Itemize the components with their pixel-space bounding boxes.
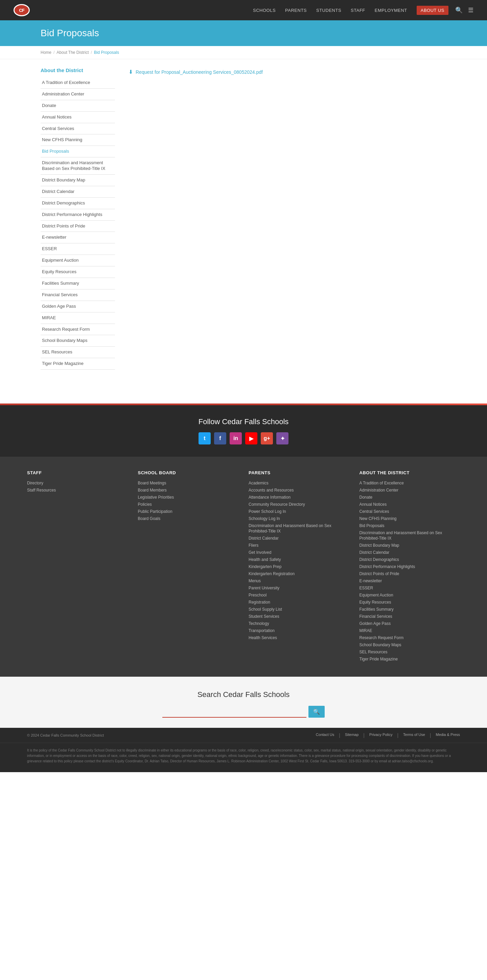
sidebar-item-new-cfhs-planning[interactable]: New CFHS Planning	[41, 134, 115, 146]
nav-item-staff[interactable]: STAFF	[351, 8, 365, 13]
footer-link-health-services[interactable]: Health Services	[249, 635, 277, 640]
sidebar-item-district-boundary-map[interactable]: District Boundary Map	[41, 175, 115, 186]
footer-link-mirae[interactable]: MIRAE	[360, 628, 372, 633]
sidebar-item-financial-services[interactable]: Financial Services	[41, 290, 115, 301]
footer-link-school-supply-list[interactable]: School Supply List	[249, 607, 282, 612]
sidebar-item-facilities-summary[interactable]: Facilities Summary	[41, 278, 115, 289]
footer-link-health-and-safety[interactable]: Health and Safety	[249, 557, 281, 562]
sidebar-item-bid-proposals[interactable]: Bid Proposals	[41, 146, 115, 157]
social-icon-instagram[interactable]: in	[230, 432, 242, 444]
footer-link-administration-center[interactable]: Administration Center	[360, 488, 398, 493]
footer-link-district-performance-highlights[interactable]: District Performance Highlights	[360, 564, 415, 569]
footer-link-district-boundary-map[interactable]: District Boundary Map	[360, 543, 400, 548]
nav-item-schools[interactable]: SCHOOLS	[253, 8, 276, 13]
logo[interactable]: CF	[14, 4, 30, 16]
menu-icon[interactable]: ☰	[468, 6, 473, 14]
footer-link-a-tradition-of-excellence[interactable]: A Tradition of Excellence	[360, 481, 404, 485]
footer-link-get-involved[interactable]: Get Involved	[249, 550, 271, 555]
social-icon-youtube[interactable]: ▶	[245, 432, 257, 444]
footer-link-kindergarten-registration[interactable]: Kindergarten Registration	[249, 571, 295, 576]
breadcrumb-parent[interactable]: About The District	[57, 50, 89, 55]
bottom-link-sitemap[interactable]: Sitemap	[345, 733, 359, 738]
sidebar-item-annual-notices[interactable]: Annual Notices	[41, 112, 115, 123]
footer-link-district-calendar[interactable]: District Calendar	[360, 550, 390, 555]
nav-item-about-us[interactable]: ABOUT US	[417, 6, 449, 15]
footer-link-parent-university[interactable]: Parent University	[249, 585, 279, 590]
footer-link-legislative-priorities[interactable]: Legislative Priorities	[138, 495, 174, 500]
footer-link-attendance-information[interactable]: Attendance Information	[249, 495, 290, 500]
bottom-link-privacy-policy[interactable]: Privacy Policy	[369, 733, 392, 738]
footer-link-schoology-log-in[interactable]: Schoology Log In	[249, 516, 280, 521]
footer-link-e-newsletter[interactable]: E-newsletter	[360, 579, 382, 583]
sidebar-item-equity-resources[interactable]: Equity Resources	[41, 266, 115, 278]
footer-link-equipment-auction[interactable]: Equipment Auction	[360, 593, 393, 598]
search-button[interactable]: 🔍	[308, 706, 325, 718]
nav-item-students[interactable]: STUDENTS	[316, 8, 341, 13]
sidebar-item-discrimination-and-harassment-based-on-sex-prohibited-title-ix[interactable]: Discrimination and Harassment Based on S…	[41, 158, 115, 174]
footer-link-community-resource-directory[interactable]: Community Resource Directory	[249, 502, 305, 507]
sidebar-item-tiger-pride-magazine[interactable]: Tiger Pride Magazine	[41, 358, 115, 369]
sidebar-item-central-services[interactable]: Central Services	[41, 123, 115, 134]
footer-link-school-boundary-maps[interactable]: School Boundary Maps	[360, 643, 401, 647]
footer-link-district-demographics[interactable]: District Demographics	[360, 557, 399, 562]
footer-link-central-services[interactable]: Central Services	[360, 509, 389, 514]
footer-link-discrimination-and-harassment-based-on-sex-prohibited-title-ix[interactable]: Discrimination and Harassment Based on S…	[360, 530, 443, 541]
footer-link-board-members[interactable]: Board Members	[138, 488, 167, 493]
sidebar-item-donate[interactable]: Donate	[41, 100, 115, 111]
footer-link-equity-resources[interactable]: Equity Resources	[360, 600, 391, 605]
sidebar-item-e-newsletter[interactable]: E-newsletter	[41, 232, 115, 243]
footer-link-tiger-pride-magazine[interactable]: Tiger Pride Magazine	[360, 657, 398, 662]
footer-link-golden-age-pass[interactable]: Golden Age Pass	[360, 621, 391, 626]
sidebar-item-equipment-auction[interactable]: Equipment Auction	[41, 255, 115, 266]
footer-link-accounts-and-resources[interactable]: Accounts and Resources	[249, 488, 293, 493]
footer-link-preschool[interactable]: Preschool	[249, 593, 267, 598]
bottom-link-contact-us[interactable]: Contact Us	[316, 733, 334, 738]
social-icon-other[interactable]: ✦	[276, 432, 289, 444]
footer-link-academics[interactable]: Academics	[249, 481, 268, 485]
footer-link-bid-proposals[interactable]: Bid Proposals	[360, 523, 384, 528]
social-icon-googleplus[interactable]: g+	[261, 432, 273, 444]
sidebar-item-district-points-of-pride[interactable]: District Points of Pride	[41, 221, 115, 232]
footer-link-annual-notices[interactable]: Annual Notices	[360, 502, 387, 507]
footer-link-public-participation[interactable]: Public Participation	[138, 509, 173, 514]
bid-proposal-link[interactable]: ⬇ Request for Proposal_Auctioneering Ser…	[128, 69, 446, 75]
sidebar-item-golden-age-pass[interactable]: Golden Age Pass	[41, 301, 115, 312]
footer-link-board-goals[interactable]: Board Goals	[138, 516, 161, 521]
footer-link-new-cfhs-planning[interactable]: New CFHS Planning	[360, 516, 397, 521]
search-icon[interactable]: 🔍	[455, 6, 463, 14]
footer-link-donate[interactable]: Donate	[360, 495, 373, 500]
footer-link-power-school-log-in[interactable]: Power School Log In	[249, 509, 286, 514]
sidebar-item-administration-center[interactable]: Administration Center	[41, 89, 115, 100]
breadcrumb-home[interactable]: Home	[41, 50, 51, 55]
footer-link-technology[interactable]: Technology	[249, 621, 269, 626]
footer-link-student-services[interactable]: Student Services	[249, 614, 279, 619]
footer-link-sel-resources[interactable]: SEL Resources	[360, 650, 387, 654]
footer-link-research-request-form[interactable]: Research Request Form	[360, 635, 404, 640]
footer-link-board-meetings[interactable]: Board Meetings	[138, 481, 167, 485]
footer-link-transportation[interactable]: Transportation	[249, 628, 274, 633]
footer-link-financial-services[interactable]: Financial Services	[360, 614, 392, 619]
sidebar-item-district-performance-highlights[interactable]: District Performance Highlights	[41, 209, 115, 220]
sidebar-item-school-boundary-maps[interactable]: School Boundary Maps	[41, 335, 115, 346]
social-icon-twitter[interactable]: t	[198, 432, 211, 444]
footer-link-menus[interactable]: Menus	[249, 579, 261, 583]
sidebar-item-sel-resources[interactable]: SEL Resources	[41, 347, 115, 358]
sidebar-item-esser[interactable]: ESSER	[41, 243, 115, 255]
search-input[interactable]	[162, 706, 306, 718]
bottom-link-media-&-press[interactable]: Media & Press	[436, 733, 460, 738]
footer-link-district-points-of-pride[interactable]: District Points of Pride	[360, 571, 400, 576]
footer-link-kindergarten-prep[interactable]: Kindergarten Prep	[249, 564, 281, 569]
sidebar-item-district-calendar[interactable]: District Calendar	[41, 186, 115, 197]
sidebar-item-mirae[interactable]: MIRAE	[41, 312, 115, 324]
footer-link-policies[interactable]: Policies	[138, 502, 152, 507]
footer-link-district-calendar[interactable]: District Calendar	[249, 536, 279, 541]
sidebar-item-a-tradition-of-excellence[interactable]: A Tradition of Excellence	[41, 77, 115, 88]
sidebar-item-district-demographics[interactable]: District Demographics	[41, 198, 115, 209]
footer-link-directory[interactable]: Directory	[27, 481, 43, 485]
social-icon-facebook[interactable]: f	[214, 432, 226, 444]
footer-link-discrimination-and-harassment-based-on-sex-prohibited-title-ix[interactable]: Discrimination and Harassment Based on S…	[249, 523, 332, 533]
footer-link-facilities-summary[interactable]: Facilities Summary	[360, 607, 393, 612]
footer-link-fliers[interactable]: Fliers	[249, 543, 259, 548]
footer-link-esser[interactable]: ESSER	[360, 585, 373, 590]
sidebar-item-research-request-form[interactable]: Research Request Form	[41, 324, 115, 335]
